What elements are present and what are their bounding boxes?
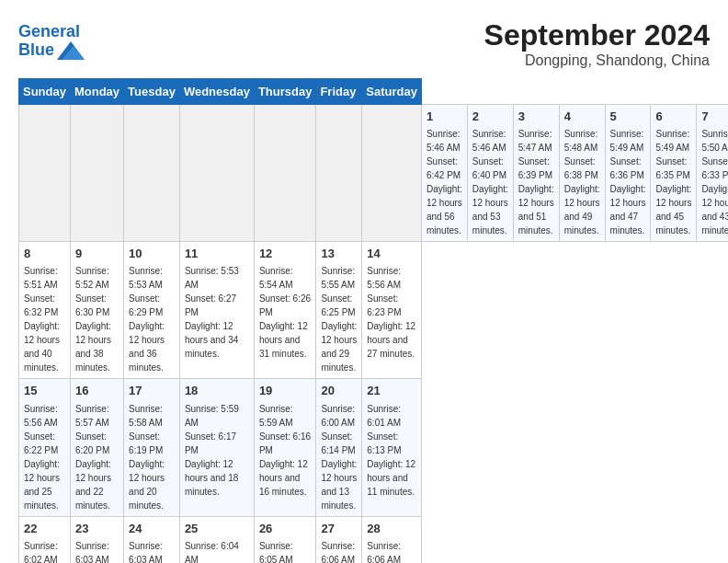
calendar-week-1: 1Sunrise: 5:46 AM Sunset: 6:42 PM Daylig… [19,105,729,242]
calendar-cell-empty [362,105,422,242]
day-number: 8 [24,246,65,262]
day-number: 20 [321,383,357,399]
location: Dongping, Shandong, China [484,52,710,69]
calendar-cell-day-11: 11Sunrise: 5:53 AM Sunset: 6:27 PM Dayli… [179,242,254,379]
calendar-cell-day-14: 14Sunrise: 5:56 AM Sunset: 6:23 PM Dayli… [362,242,422,379]
day-info: Sunrise: 5:59 AM Sunset: 6:17 PM Dayligh… [185,404,239,497]
page-header: General Blue September 2024 Dongping, Sh… [18,18,710,69]
calendar-cell-day-5: 5Sunrise: 5:49 AM Sunset: 6:36 PM Daylig… [605,105,651,242]
day-info: Sunrise: 5:53 AM Sunset: 6:29 PM Dayligh… [129,266,165,373]
calendar-cell-day-4: 4Sunrise: 5:48 AM Sunset: 6:38 PM Daylig… [559,105,605,242]
weekday-header-saturday: Saturday [362,79,422,105]
day-number: 22 [24,521,65,537]
logo-icon [57,41,85,60]
calendar-cell-day-12: 12Sunrise: 5:54 AM Sunset: 6:26 PM Dayli… [254,242,316,379]
month-year: September 2024 [484,18,710,52]
weekday-header-thursday: Thursday [254,79,316,105]
day-number: 12 [259,246,312,262]
day-info: Sunrise: 6:00 AM Sunset: 6:14 PM Dayligh… [321,404,357,511]
calendar-cell-day-19: 19Sunrise: 5:59 AM Sunset: 6:16 PM Dayli… [254,379,316,516]
day-info: Sunrise: 5:46 AM Sunset: 6:40 PM Dayligh… [472,129,508,236]
calendar-cell-day-16: 16Sunrise: 5:57 AM Sunset: 6:20 PM Dayli… [70,379,123,516]
calendar-cell-day-25: 25Sunrise: 6:04 AM Sunset: 6:07 PM Dayli… [179,516,254,563]
weekday-header-sunday: Sunday [19,79,71,105]
weekday-header-tuesday: Tuesday [124,79,180,105]
day-number: 19 [259,383,312,399]
day-number: 18 [185,383,249,399]
calendar-cell-day-26: 26Sunrise: 6:05 AM Sunset: 6:05 PM Dayli… [254,516,316,563]
calendar-cell-day-18: 18Sunrise: 5:59 AM Sunset: 6:17 PM Dayli… [179,379,254,516]
day-info: Sunrise: 6:03 AM Sunset: 6:08 PM Dayligh… [129,541,165,563]
calendar-cell-day-10: 10Sunrise: 5:53 AM Sunset: 6:29 PM Dayli… [124,242,180,379]
day-info: Sunrise: 5:51 AM Sunset: 6:32 PM Dayligh… [24,266,60,373]
day-number: 5 [610,109,646,125]
calendar-cell-day-7: 7Sunrise: 5:50 AM Sunset: 6:33 PM Daylig… [697,105,728,242]
day-info: Sunrise: 6:02 AM Sunset: 6:11 PM Dayligh… [24,541,60,563]
day-number: 16 [75,383,119,399]
calendar-header-row: SundayMondayTuesdayWednesdayThursdayFrid… [19,79,729,105]
calendar-cell-empty [124,105,180,242]
day-info: Sunrise: 5:50 AM Sunset: 6:33 PM Dayligh… [701,129,728,236]
day-info: Sunrise: 6:03 AM Sunset: 6:10 PM Dayligh… [75,541,111,563]
day-number: 15 [24,383,65,399]
day-number: 1 [427,109,462,125]
calendar-cell-empty [70,105,123,242]
day-number: 21 [367,383,416,399]
calendar-cell-day-3: 3Sunrise: 5:47 AM Sunset: 6:39 PM Daylig… [513,105,559,242]
day-info: Sunrise: 5:55 AM Sunset: 6:25 PM Dayligh… [321,266,357,373]
day-number: 10 [129,246,175,262]
calendar-cell-day-8: 8Sunrise: 5:51 AM Sunset: 6:32 PM Daylig… [19,242,71,379]
day-info: Sunrise: 5:49 AM Sunset: 6:35 PM Dayligh… [655,129,691,236]
logo-line2: Blue [18,41,85,60]
calendar-week-3: 15Sunrise: 5:56 AM Sunset: 6:22 PM Dayli… [19,379,729,516]
day-number: 4 [564,109,600,125]
calendar-cell-day-28: 28Sunrise: 6:06 AM Sunset: 6:02 PM Dayli… [362,516,422,563]
calendar-cell-day-13: 13Sunrise: 5:55 AM Sunset: 6:25 PM Dayli… [316,242,362,379]
day-number: 9 [75,246,119,262]
day-info: Sunrise: 5:49 AM Sunset: 6:36 PM Dayligh… [610,129,646,236]
logo-line1: General [18,23,85,41]
calendar-cell-day-2: 2Sunrise: 5:46 AM Sunset: 6:40 PM Daylig… [467,105,513,242]
day-info: Sunrise: 5:57 AM Sunset: 6:20 PM Dayligh… [75,404,111,511]
calendar-cell-day-21: 21Sunrise: 6:01 AM Sunset: 6:13 PM Dayli… [362,379,422,516]
day-info: Sunrise: 5:46 AM Sunset: 6:42 PM Dayligh… [427,129,462,236]
day-info: Sunrise: 5:47 AM Sunset: 6:39 PM Dayligh… [518,129,554,236]
calendar-cell-day-20: 20Sunrise: 6:00 AM Sunset: 6:14 PM Dayli… [316,379,362,516]
day-number: 3 [518,109,554,125]
day-number: 7 [701,109,728,125]
day-info: Sunrise: 5:56 AM Sunset: 6:23 PM Dayligh… [367,266,415,359]
day-info: Sunrise: 6:04 AM Sunset: 6:07 PM Dayligh… [185,541,239,563]
logo: General Blue [18,23,85,60]
calendar-table: SundayMondayTuesdayWednesdayThursdayFrid… [18,78,728,563]
day-info: Sunrise: 5:56 AM Sunset: 6:22 PM Dayligh… [24,404,60,511]
calendar-cell-day-22: 22Sunrise: 6:02 AM Sunset: 6:11 PM Dayli… [19,516,71,563]
day-info: Sunrise: 6:06 AM Sunset: 6:04 PM Dayligh… [321,541,357,563]
weekday-header-wednesday: Wednesday [179,79,254,105]
day-number: 11 [185,246,249,262]
day-number: 17 [129,383,175,399]
day-number: 28 [367,521,416,537]
day-info: Sunrise: 6:06 AM Sunset: 6:02 PM Dayligh… [367,541,415,563]
day-info: Sunrise: 6:05 AM Sunset: 6:05 PM Dayligh… [259,541,311,563]
day-number: 23 [75,521,119,537]
day-number: 2 [472,109,508,125]
day-number: 26 [259,521,312,537]
calendar-cell-empty [19,105,71,242]
calendar-cell-day-24: 24Sunrise: 6:03 AM Sunset: 6:08 PM Dayli… [124,516,180,563]
calendar-cell-empty [179,105,254,242]
calendar-cell-empty [316,105,362,242]
day-number: 25 [185,521,249,537]
day-info: Sunrise: 5:53 AM Sunset: 6:27 PM Dayligh… [185,266,239,359]
day-number: 27 [321,521,357,537]
day-info: Sunrise: 5:58 AM Sunset: 6:19 PM Dayligh… [129,404,165,511]
calendar-cell-day-17: 17Sunrise: 5:58 AM Sunset: 6:19 PM Dayli… [124,379,180,516]
calendar-cell-day-9: 9Sunrise: 5:52 AM Sunset: 6:30 PM Daylig… [70,242,123,379]
title-block: September 2024 Dongping, Shandong, China [484,18,710,69]
day-info: Sunrise: 6:01 AM Sunset: 6:13 PM Dayligh… [367,404,415,497]
weekday-header-friday: Friday [316,79,362,105]
day-info: Sunrise: 5:59 AM Sunset: 6:16 PM Dayligh… [259,404,311,497]
day-info: Sunrise: 5:48 AM Sunset: 6:38 PM Dayligh… [564,129,600,236]
calendar-cell-day-1: 1Sunrise: 5:46 AM Sunset: 6:42 PM Daylig… [421,105,467,242]
calendar-cell-day-27: 27Sunrise: 6:06 AM Sunset: 6:04 PM Dayli… [316,516,362,563]
weekday-header-monday: Monday [70,79,123,105]
